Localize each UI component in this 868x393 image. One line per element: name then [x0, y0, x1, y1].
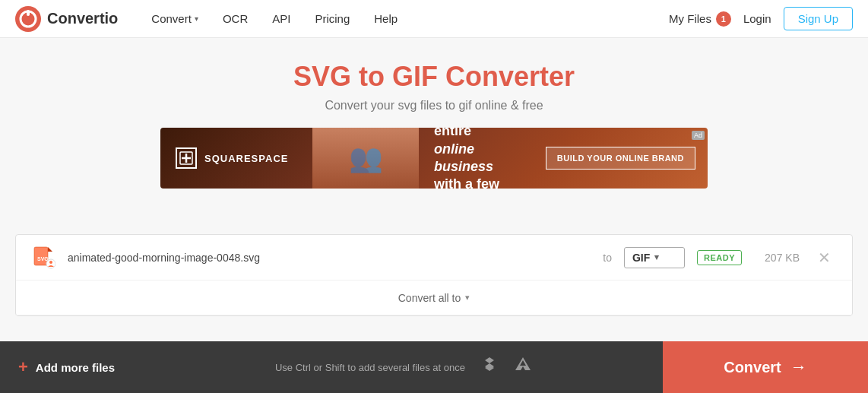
- nav-pricing[interactable]: Pricing: [304, 8, 360, 30]
- ad-cta-button[interactable]: BUILD YOUR ONLINE BRAND: [546, 147, 695, 170]
- ad-image: 👥: [312, 128, 419, 189]
- drop-hint-text: Use Ctrl or Shift to add several files a…: [275, 362, 465, 373]
- chevron-down-icon: ▾: [195, 14, 198, 23]
- nav-convert[interactable]: Convert ▾: [141, 8, 209, 30]
- nav: Convert ▾ OCR API Pricing Help: [141, 8, 669, 30]
- add-files-label: Add more files: [36, 361, 115, 374]
- svg-marker-5: [48, 247, 52, 252]
- main-content: SVG to GIF Converter Convert your svg fi…: [0, 38, 868, 189]
- my-files-button[interactable]: My Files 1: [669, 11, 731, 27]
- ad-banner: SQUARESPACE 👥 Brand your entire online b…: [160, 128, 708, 189]
- ad-headline: Brand your entire online business with a…: [434, 128, 531, 189]
- file-size: 207 KB: [754, 252, 800, 264]
- squarespace-logo-icon: [176, 147, 197, 169]
- format-value: GIF: [632, 252, 650, 264]
- converter-panel: SVG animated-good-morning-image-0048.svg…: [15, 234, 853, 316]
- nav-help[interactable]: Help: [363, 8, 408, 30]
- ad-text: Brand your entire online business with a…: [419, 128, 546, 189]
- nav-api[interactable]: API: [261, 8, 301, 30]
- logo-text: Convertio: [47, 10, 118, 27]
- page-subtitle: Convert your svg files to gif online & f…: [15, 99, 853, 113]
- plus-icon: +: [18, 359, 28, 376]
- convert-all-row: Convert all to ▾: [16, 280, 852, 315]
- convert-all-chevron-icon[interactable]: ▾: [465, 293, 470, 303]
- google-drive-icon[interactable]: [514, 356, 532, 379]
- status-badge: READY: [697, 250, 742, 265]
- convert-label: Convert: [724, 359, 781, 376]
- remove-file-button[interactable]: ✕: [812, 247, 837, 268]
- logo-icon: [15, 6, 41, 32]
- ad-brand: SQUARESPACE: [160, 147, 312, 169]
- ad-label: Ad: [692, 131, 705, 140]
- svg-rect-2: [27, 10, 30, 16]
- file-name: animated-good-morning-image-0048.svg: [68, 252, 591, 264]
- logo[interactable]: Convertio: [15, 6, 118, 32]
- format-chevron-icon: ▾: [654, 252, 659, 262]
- convert-all-label: Convert all to: [398, 292, 461, 304]
- nav-ocr[interactable]: OCR: [212, 8, 258, 30]
- bottom-bar: + Add more files Use Ctrl or Shift to ad…: [0, 341, 868, 393]
- format-select[interactable]: GIF GIF PNG JPG MP4 ▾: [624, 247, 685, 268]
- squarespace-name: SQUARESPACE: [204, 153, 288, 164]
- page-title: SVG to GIF Converter: [15, 61, 853, 93]
- convert-button[interactable]: Convert →: [663, 341, 868, 393]
- file-icon: SVG: [31, 246, 55, 270]
- to-label: to: [603, 252, 612, 264]
- add-files-button[interactable]: + Add more files: [0, 341, 144, 393]
- convert-arrow-icon: →: [790, 357, 807, 377]
- signup-button[interactable]: Sign Up: [784, 7, 853, 30]
- login-button[interactable]: Login: [743, 12, 771, 25]
- file-row: SVG animated-good-morning-image-0048.svg…: [16, 235, 852, 280]
- drop-hint-area: Use Ctrl or Shift to add several files a…: [144, 341, 663, 393]
- my-files-label: My Files: [669, 12, 711, 25]
- dropbox-icon[interactable]: [480, 356, 499, 379]
- svg-point-9: [49, 261, 52, 264]
- header: Convertio Convert ▾ OCR API Pricing Help…: [0, 0, 868, 38]
- files-badge: 1: [716, 11, 731, 27]
- header-right: My Files 1 Login Sign Up: [669, 7, 853, 30]
- ad-people-icon: 👥: [349, 142, 383, 174]
